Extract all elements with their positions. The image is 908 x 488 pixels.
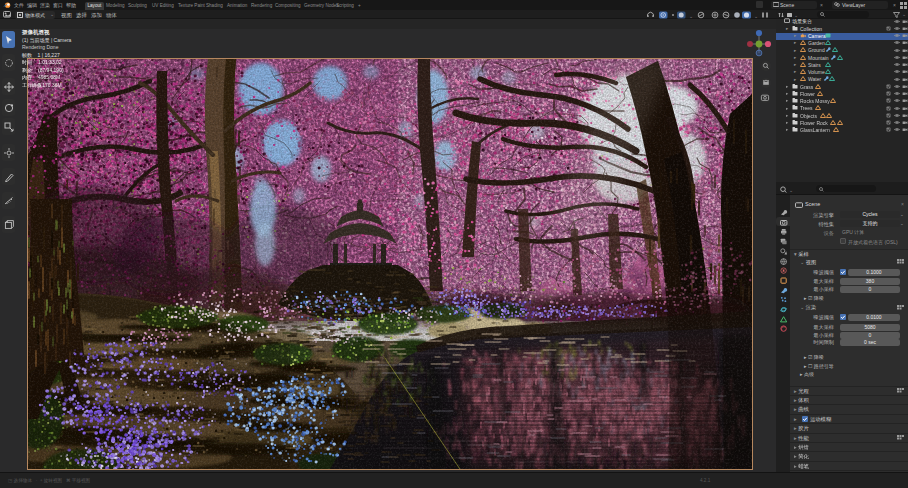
svg-text:⌄: ⌄ bbox=[789, 187, 793, 193]
svg-text:⌄: ⌄ bbox=[754, 13, 758, 19]
svg-text:⌄: ⌄ bbox=[689, 13, 693, 19]
svg-text:⌄: ⌄ bbox=[794, 12, 798, 18]
